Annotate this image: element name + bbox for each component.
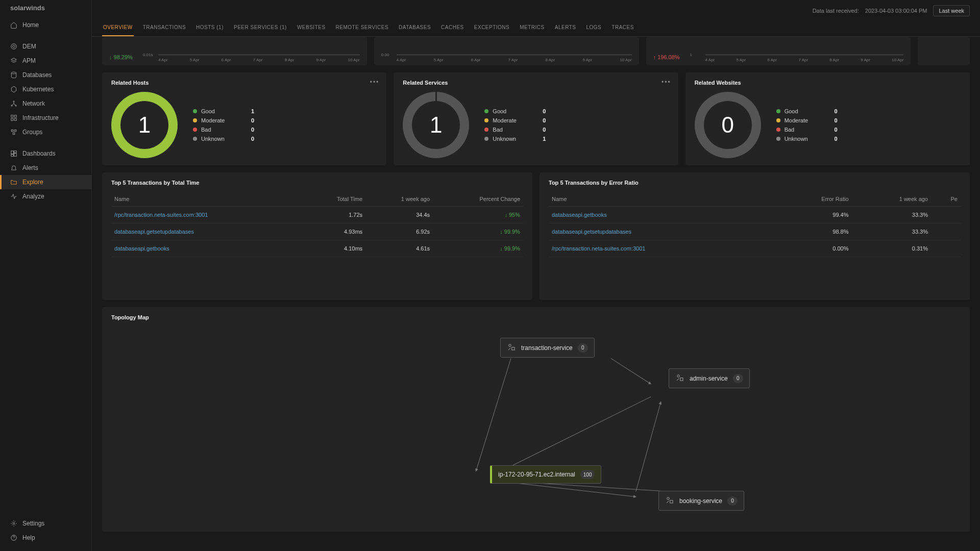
legend-row: Good 0 (776, 108, 838, 114)
legend-value: 0 (835, 136, 838, 142)
col-pe[interactable]: Pe (931, 192, 961, 207)
topology-node-transaction-service[interactable]: transaction-service 0 (500, 338, 595, 358)
legend-value: 0 (835, 117, 838, 123)
service-icon (675, 373, 684, 384)
nav-label: Analyze (22, 193, 44, 200)
table-row[interactable]: databaseapi.getsetupdatabases 98.8% 33.3… (549, 223, 961, 240)
legend-value: 1 (543, 136, 546, 142)
tab-databases[interactable]: DATABASES (398, 19, 432, 36)
data-last-received-value: 2023-04-03 03:00:04 PM (865, 8, 927, 14)
transaction-link[interactable]: /rpc/transaction.neta-suites.com:3001 (552, 245, 645, 252)
cell-ratio: 98.8% (776, 223, 851, 240)
time-range-selector[interactable]: Last week (933, 5, 970, 16)
table-row[interactable]: databaseapi.getbooks 99.4% 33.3% (549, 207, 961, 223)
nav-groups[interactable]: Groups (0, 125, 91, 139)
tab-transactions[interactable]: TRANSACTIONS (142, 19, 187, 36)
col-total[interactable]: Total Time (304, 192, 365, 207)
tab-logs[interactable]: LOGS (585, 19, 603, 36)
nav-dashboards[interactable]: Dashboards (0, 146, 91, 161)
col-name[interactable]: Name (111, 192, 304, 207)
node-badge: 0 (733, 374, 743, 383)
legend-label: Good (201, 108, 247, 114)
svg-rect-10 (11, 130, 13, 132)
top-transactions-time-panel: Top 5 Transactions by Total Time Name To… (102, 172, 532, 300)
legend: Good 0 Moderate 0 Bad 0 Unknown 1 (484, 108, 546, 142)
col-ago[interactable]: 1 week ago (852, 192, 931, 207)
col-pct[interactable]: Percent Change (433, 192, 523, 207)
table-row[interactable]: databaseapi.getsetupdatabases 4.93ms 6.9… (111, 223, 523, 240)
legend-value: 0 (251, 117, 254, 123)
col-ratio[interactable]: Error Ratio (776, 192, 851, 207)
nav-home[interactable]: Home (0, 18, 91, 32)
cell-ago: 33.3% (852, 207, 931, 223)
status-dot-icon (776, 118, 780, 122)
legend-value: 0 (543, 127, 546, 133)
table-row[interactable]: /rpc/transaction.neta-suites.com:3001 0.… (549, 240, 961, 257)
help-icon (10, 534, 17, 541)
table-row[interactable]: databaseapi.getbooks 4.10ms 4.61s 99.9% (111, 240, 523, 257)
transaction-link[interactable]: databaseapi.getsetupdatabases (552, 229, 631, 235)
tab-remote-services[interactable]: REMOTE SERVICES (335, 19, 389, 36)
transactions-time-table: Name Total Time 1 week ago Percent Chang… (111, 192, 523, 257)
tab-websites[interactable]: WEBSITES (296, 19, 327, 36)
grid-icon (10, 114, 17, 121)
nav-explore[interactable]: Explore (0, 175, 91, 189)
nav-kubernetes[interactable]: Kubernetes (0, 82, 91, 96)
transaction-link[interactable]: /rpc/transaction.neta-suites.com:3001 (114, 212, 208, 218)
panel-menu-icon[interactable]: ••• (662, 79, 671, 86)
tab-overview[interactable]: OVERVIEW (102, 19, 134, 36)
svg-rect-28 (680, 378, 683, 381)
legend-label: Unknown (201, 136, 247, 142)
cell-ratio: 99.4% (776, 207, 851, 223)
transaction-link[interactable]: databaseapi.getbooks (552, 212, 607, 218)
nav-network[interactable]: Network (0, 96, 91, 111)
legend: Good 1 Moderate 0 Bad 0 Unknown 0 (193, 108, 254, 142)
related-services-panel: Related Services ••• 1 Good 0 Moderate 0… (394, 72, 678, 165)
nav-apm[interactable]: APM (0, 54, 91, 68)
tab-alerts[interactable]: ALERTS (554, 19, 577, 36)
legend-label: Bad (493, 127, 538, 133)
nav-alerts[interactable]: Alerts (0, 161, 91, 175)
legend-label: Moderate (785, 117, 830, 123)
status-dot-icon (193, 109, 197, 113)
tab-exceptions[interactable]: EXCEPTIONS (473, 19, 510, 36)
tab-metrics[interactable]: METRICS (519, 19, 546, 36)
nav-help[interactable]: Help (0, 531, 91, 545)
legend-row: Bad 0 (484, 127, 546, 133)
nav-infrastructure[interactable]: Infrastructure (0, 111, 91, 125)
mini-card-1: 98.29% 0.01s 4 Apr5 Apr6 Apr7 Apr8 Apr9 … (102, 37, 367, 65)
table-row[interactable]: /rpc/transaction.neta-suites.com:3001 1.… (111, 207, 523, 223)
mini-card-2: 0.00 4 Apr5 Apr6 Apr7 Apr8 Apr9 Apr10 Ap… (374, 37, 639, 65)
panel-menu-icon[interactable]: ••• (370, 79, 380, 86)
service-icon (665, 495, 674, 506)
tab-caches[interactable]: CACHES (440, 19, 465, 36)
status-dot-icon (484, 137, 488, 141)
svg-line-23 (636, 402, 661, 492)
svg-point-25 (509, 344, 511, 347)
node-label: booking-service (679, 497, 722, 505)
mini-chart: 0.01s 4 Apr5 Apr6 Apr7 Apr8 Apr9 Apr10 A… (143, 40, 360, 60)
home-icon (10, 21, 17, 29)
tab-peer-services[interactable]: PEER SERVICES (1) (233, 19, 288, 36)
status-dot-icon (484, 128, 488, 132)
donut-count: 0 (721, 112, 733, 138)
tab-hosts[interactable]: HOSTS (1) (195, 19, 225, 36)
legend-row: Unknown 1 (484, 136, 546, 142)
col-name[interactable]: Name (549, 192, 776, 207)
topology-node-admin-service[interactable]: admin-service 0 (669, 368, 750, 388)
tab-traces[interactable]: TRACES (610, 19, 635, 36)
topology-node-booking-service[interactable]: booking-service 0 (658, 491, 744, 511)
nav-dem[interactable]: DEM (0, 39, 91, 54)
legend-label: Unknown (785, 136, 830, 142)
svg-rect-11 (14, 130, 16, 132)
col-ago[interactable]: 1 week ago (365, 192, 433, 207)
nav-settings[interactable]: Settings (0, 516, 91, 531)
transaction-link[interactable]: databaseapi.getsetupdatabases (114, 229, 194, 235)
legend-label: Moderate (493, 117, 538, 123)
svg-rect-12 (13, 133, 15, 135)
nav-analyze[interactable]: Analyze (0, 189, 91, 204)
nav-databases[interactable]: Databases (0, 68, 91, 82)
svg-rect-6 (11, 115, 13, 117)
transaction-link[interactable]: databaseapi.getbooks (114, 245, 169, 252)
topology-node-host[interactable]: ip-172-20-95-71.ec2.internal 100 (490, 465, 601, 484)
